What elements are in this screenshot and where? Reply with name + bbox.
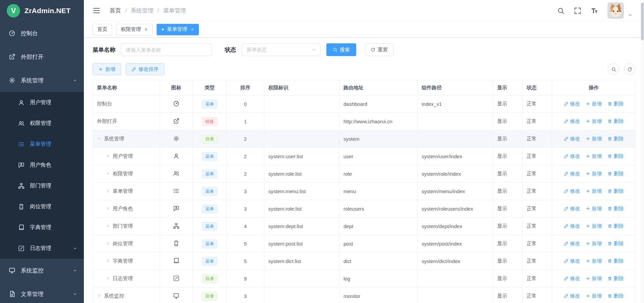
edit-link[interactable]: 修改: [564, 101, 580, 107]
add-link[interactable]: 新增: [586, 153, 602, 160]
delete-link[interactable]: 删除: [607, 258, 624, 264]
delete-link[interactable]: 删除: [607, 206, 624, 212]
edit-link[interactable]: 修改: [564, 275, 580, 282]
page-scrollbar[interactable]: [641, 0, 644, 303]
sidebar-item-dept[interactable]: 部门管理: [0, 175, 84, 196]
close-icon[interactable]: [144, 28, 148, 31]
edit-link[interactable]: 修改: [564, 241, 580, 247]
close-icon[interactable]: [191, 28, 194, 31]
edit-link[interactable]: 修改: [564, 118, 580, 125]
delete-link[interactable]: 删除: [607, 241, 624, 247]
sidebar-item-dashboard[interactable]: 控制台: [0, 21, 84, 45]
add-link-label: 新增: [592, 101, 602, 107]
edit-link[interactable]: 修改: [564, 293, 580, 299]
sidebar-item-role[interactable]: 权限管理: [0, 113, 84, 134]
app-root: V ZrAdmin.NET 控制台外部打开系统管理用户管理权限管理菜单管理用户角…: [0, 0, 644, 303]
add-link[interactable]: 新增: [586, 188, 602, 194]
sidebar-item-user[interactable]: 用户管理: [0, 92, 84, 113]
font-size-icon[interactable]: [591, 7, 598, 14]
edit-sort-button[interactable]: 修改排序: [126, 63, 164, 75]
fullscreen-icon[interactable]: [574, 7, 581, 14]
edit-link[interactable]: 修改: [564, 188, 580, 194]
caretRight-icon[interactable]: [106, 189, 110, 193]
menu-name: 外部打开: [97, 118, 117, 124]
sidebar-menu: 控制台外部打开系统管理用户管理权限管理菜单管理用户角色部门管理岗位管理字典管理日…: [0, 21, 84, 303]
caretRight-icon[interactable]: [106, 259, 110, 263]
caretRight-icon[interactable]: [106, 224, 110, 228]
scrollbar-thumb[interactable]: [641, 3, 644, 40]
toggle-search-button[interactable]: [608, 63, 619, 75]
sidebar-item-article[interactable]: 文章管理: [0, 282, 84, 303]
hamburger-icon[interactable]: [93, 7, 100, 14]
caretRight-icon[interactable]: [97, 294, 101, 298]
sidebar-item-label: 控制台: [21, 30, 38, 37]
caretRight-icon[interactable]: [106, 154, 110, 158]
status-select[interactable]: 菜单状态: [241, 43, 320, 56]
book-icon: [18, 224, 24, 231]
caretRight-icon[interactable]: [106, 241, 110, 246]
delete-link[interactable]: 删除: [607, 101, 624, 107]
add-link[interactable]: 新增: [586, 206, 602, 212]
add-link[interactable]: 新增: [586, 118, 602, 125]
breadcrumb-home[interactable]: 首页: [110, 7, 121, 14]
add-link[interactable]: 新增: [586, 223, 602, 229]
add-link[interactable]: 新增: [586, 101, 602, 107]
search-button[interactable]: 搜索: [326, 43, 356, 56]
search-icon[interactable]: [557, 7, 565, 14]
visible-cell: 显示: [493, 95, 523, 113]
plus-icon: [586, 224, 590, 228]
sidebar-item-monitor[interactable]: 系统监控: [0, 259, 84, 282]
caretRight-icon[interactable]: [106, 276, 110, 280]
menu-name-input[interactable]: [121, 43, 212, 56]
add-link[interactable]: 新增: [586, 136, 602, 142]
breadcrumb-system[interactable]: 系统管理: [131, 7, 154, 14]
sidebar-item-post[interactable]: 岗位管理: [0, 196, 84, 217]
tab-home[interactable]: 首页: [93, 24, 112, 35]
add-link[interactable]: 新增: [586, 293, 602, 299]
add-button[interactable]: 新增: [93, 63, 121, 75]
delete-link[interactable]: 删除: [607, 293, 624, 299]
delete-link[interactable]: 删除: [607, 118, 624, 125]
route-cell: role: [339, 165, 418, 183]
route-cell: dict: [339, 253, 418, 270]
delete-link[interactable]: 删除: [607, 171, 624, 177]
edit-link[interactable]: 修改: [564, 153, 580, 160]
edit-link[interactable]: 修改: [564, 223, 580, 229]
caretRight-icon[interactable]: [106, 171, 110, 176]
add-link[interactable]: 新增: [586, 275, 602, 282]
add-link[interactable]: 新增: [586, 171, 602, 177]
edit-link[interactable]: 修改: [564, 206, 580, 212]
delete-link[interactable]: 删除: [607, 223, 624, 229]
app-logo[interactable]: V ZrAdmin.NET: [0, 0, 84, 21]
tab-role[interactable]: 权限管理: [116, 24, 153, 35]
avatar[interactable]: [607, 2, 624, 19]
edit-link[interactable]: 修改: [564, 136, 580, 142]
delete-link[interactable]: 删除: [607, 136, 624, 142]
pencil-icon: [564, 119, 569, 124]
reset-button[interactable]: 重置: [365, 43, 393, 56]
sidebar-item-external-link[interactable]: 外部打开: [0, 45, 84, 69]
edit-link[interactable]: 修改: [564, 258, 580, 264]
menu-name-cell: 部门管理: [93, 218, 160, 235]
gauge-icon: [9, 30, 15, 37]
delete-link[interactable]: 删除: [607, 275, 624, 282]
menu-name: 权限管理: [113, 171, 133, 176]
status-select-placeholder: 菜单状态: [247, 47, 267, 53]
sidebar-item-log[interactable]: 日志管理: [0, 238, 84, 259]
sidebar-item-menu[interactable]: 菜单管理: [0, 134, 84, 155]
edit-link[interactable]: 修改: [564, 171, 580, 177]
user-menu-caret-icon[interactable]: [628, 13, 633, 17]
chevDown-icon[interactable]: [97, 136, 101, 141]
add-link[interactable]: 新增: [586, 258, 602, 264]
delete-link[interactable]: 删除: [607, 153, 624, 160]
add-link[interactable]: 新增: [586, 241, 602, 247]
refresh-table-button[interactable]: [624, 63, 635, 75]
caretRight-icon[interactable]: [106, 206, 110, 211]
menu-name: 日志管理: [113, 275, 133, 281]
trash-icon: [607, 276, 612, 281]
sidebar-item-dict[interactable]: 字典管理: [0, 217, 84, 238]
sidebar-item-system[interactable]: 系统管理: [0, 69, 84, 92]
sidebar-item-roleusers[interactable]: 用户角色: [0, 155, 84, 175]
tab-menu[interactable]: 菜单管理: [157, 24, 199, 35]
delete-link[interactable]: 删除: [607, 188, 624, 194]
